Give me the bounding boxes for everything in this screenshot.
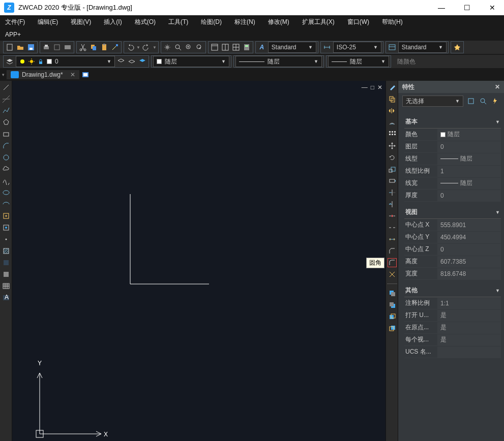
menu-item[interactable]: 绘图(D)	[201, 18, 222, 26]
arc-icon[interactable]	[2, 141, 11, 150]
print-icon[interactable]	[42, 43, 51, 52]
menu-item[interactable]: 扩展工具(X)	[302, 18, 335, 26]
match-prop-icon[interactable]	[110, 43, 120, 52]
break-icon[interactable]	[388, 223, 397, 232]
new-icon[interactable]	[5, 43, 14, 52]
property-value[interactable]: 是	[437, 322, 501, 333]
minimize-button[interactable]: —	[434, 4, 449, 12]
menu-item[interactable]: 工具(T)	[168, 18, 188, 26]
dim-style-icon[interactable]	[322, 43, 332, 52]
property-value[interactable]: 0	[437, 244, 501, 255]
extend-icon[interactable]	[388, 200, 397, 209]
publish-icon[interactable]	[63, 43, 72, 52]
hatch-icon[interactable]	[2, 246, 11, 256]
properties-title-bar[interactable]: 特性 ✕	[398, 81, 504, 93]
draworder-under-icon[interactable]	[388, 324, 397, 333]
zoom-realtime-icon[interactable]	[173, 43, 183, 52]
property-value[interactable]: 450.4994	[437, 232, 501, 243]
table-style-icon[interactable]	[388, 43, 397, 52]
property-value[interactable]: 1	[437, 166, 501, 177]
menu-item[interactable]: 文件(F)	[5, 18, 25, 26]
redo-dropdown-icon[interactable]: ▼	[153, 45, 157, 50]
draworder-above-icon[interactable]	[388, 312, 397, 321]
array-icon[interactable]	[388, 130, 397, 139]
draworder-back-icon[interactable]	[388, 300, 397, 309]
property-value[interactable]: 555.8901	[437, 219, 501, 231]
property-value[interactable]	[437, 346, 501, 358]
layer-manager-icon[interactable]	[5, 57, 14, 66]
maximize-button[interactable]: ☐	[459, 4, 475, 12]
lineweight-dropdown[interactable]: 随层▼	[328, 56, 389, 67]
copy-icon[interactable]	[89, 43, 98, 52]
menu-item[interactable]: 帮助(H)	[382, 18, 403, 26]
property-value[interactable]: 607.7385	[437, 256, 501, 267]
property-value[interactable]: 818.6748	[437, 268, 501, 279]
new-tab-icon[interactable]	[81, 70, 91, 79]
paste-icon[interactable]	[100, 43, 109, 52]
table-icon[interactable]	[2, 281, 11, 291]
redo-icon[interactable]	[142, 43, 151, 52]
rectangle-icon[interactable]	[2, 130, 11, 139]
join-icon[interactable]	[388, 235, 397, 244]
quick-select-icon[interactable]	[479, 97, 488, 106]
color-dropdown[interactable]: 随层▼	[153, 56, 229, 67]
scale-icon[interactable]	[388, 165, 397, 174]
property-value[interactable]: 0	[437, 190, 501, 201]
revcloud-icon[interactable]	[2, 165, 11, 174]
ellipse-icon[interactable]	[2, 188, 11, 197]
section-header[interactable]: 视图▼	[404, 206, 501, 219]
menu-item[interactable]: 修改(M)	[268, 18, 289, 26]
section-header[interactable]: 基本▼	[404, 115, 501, 129]
mirror-icon[interactable]	[388, 106, 397, 115]
properties-close-icon[interactable]: ✕	[495, 83, 500, 90]
chamfer-icon[interactable]	[388, 246, 397, 256]
zoom-prev-icon[interactable]	[195, 43, 204, 52]
layer-prev-icon[interactable]	[127, 57, 136, 66]
erase-icon[interactable]	[388, 83, 397, 92]
gradient-icon[interactable]	[2, 258, 11, 267]
cut-icon[interactable]	[78, 43, 87, 52]
close-button[interactable]: ✕	[485, 4, 500, 12]
menu-item[interactable]: 编辑(E)	[38, 18, 58, 26]
design-center-icon[interactable]	[221, 43, 230, 52]
fillet-icon[interactable]: 圆角	[388, 258, 397, 267]
toggle-pai-icon[interactable]	[466, 97, 476, 106]
mtext-icon[interactable]: A	[2, 293, 11, 302]
table-style-dropdown[interactable]: Standard▼	[398, 42, 447, 53]
stretch-icon[interactable]	[388, 176, 397, 185]
flash-icon[interactable]	[491, 97, 500, 106]
smart-icon[interactable]	[453, 43, 462, 52]
undo-dropdown-icon[interactable]: ▼	[136, 45, 140, 50]
menu-item[interactable]: 标注(N)	[234, 18, 255, 26]
draworder-front-icon[interactable]	[388, 289, 397, 298]
property-value[interactable]: 随层	[437, 129, 501, 140]
polygon-icon[interactable]	[2, 118, 11, 127]
tool-palette-icon[interactable]	[231, 43, 241, 52]
offset-icon[interactable]	[388, 118, 397, 127]
explode-icon[interactable]	[388, 270, 397, 279]
ellipse-arc-icon[interactable]	[2, 200, 11, 209]
menu-item[interactable]: 格式(O)	[135, 18, 156, 26]
polyline-icon[interactable]	[2, 106, 11, 115]
layer-iso-icon[interactable]	[138, 57, 147, 66]
spline-icon[interactable]	[2, 176, 11, 185]
tab-scroll-icon[interactable]: ▾	[2, 72, 5, 77]
rotate-icon[interactable]	[388, 153, 397, 162]
property-value[interactable]: 随层	[437, 178, 501, 189]
copy-obj-icon[interactable]	[388, 94, 397, 104]
point-icon[interactable]	[2, 235, 11, 244]
text-style-icon[interactable]: A	[257, 43, 266, 52]
drawing-canvas[interactable]: — □ ✕ Y X	[12, 81, 386, 441]
menu-item[interactable]: 窗口(W)	[347, 18, 369, 26]
pan-icon[interactable]	[163, 43, 172, 52]
section-header[interactable]: 其他▼	[404, 284, 501, 297]
tab-close-icon[interactable]: ✕	[70, 71, 75, 78]
property-value[interactable]: 随层	[437, 153, 501, 165]
selection-dropdown[interactable]: 无选择▼	[402, 96, 463, 107]
break-point-icon[interactable]	[388, 211, 397, 220]
property-value[interactable]: 1:1	[437, 298, 501, 309]
line-icon[interactable]	[2, 83, 11, 92]
insert-block-icon[interactable]	[2, 211, 11, 220]
property-value[interactable]: 0	[437, 141, 501, 152]
print-preview-icon[interactable]	[52, 43, 62, 52]
